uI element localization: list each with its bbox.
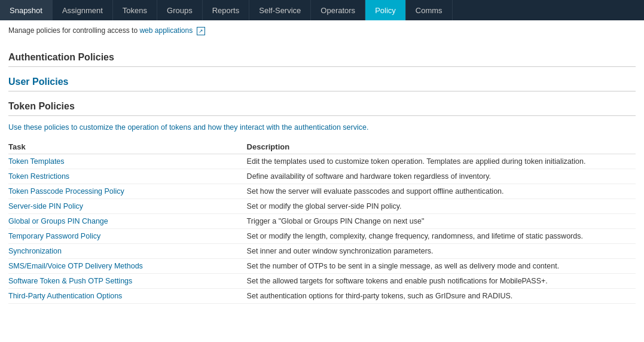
task-description-6: Set inner and outer window synchronizati…	[247, 243, 636, 258]
token-policies-heading: Token Policies	[8, 95, 636, 116]
nav-item-tokens[interactable]: Tokens	[113, 0, 157, 20]
nav-bar: SnapshotAssignmentTokensGroupsReportsSel…	[0, 0, 644, 20]
task-description-8: Set the allowed targets for software tok…	[247, 273, 636, 288]
table-row: Global or Groups PIN ChangeTrigger a "Gl…	[8, 213, 636, 228]
task-description-2: Set how the server will evaluate passcod…	[247, 184, 636, 199]
user-policies-heading: User Policies	[8, 71, 636, 91]
auth-policies-heading: Authentication Policies	[8, 45, 636, 67]
nav-item-groups[interactable]: Groups	[157, 0, 203, 20]
task-link-1[interactable]: Token Restrictions	[8, 169, 247, 184]
task-description-3: Set or modify the global server-side PIN…	[247, 199, 636, 213]
task-link-5[interactable]: Temporary Password Policy	[8, 228, 247, 243]
task-description-1: Define availability of software and hard…	[247, 169, 636, 184]
task-link-9[interactable]: Third-Party Authentication Options	[8, 288, 247, 303]
task-description-4: Trigger a "Global or Groups PIN Change o…	[247, 213, 636, 228]
manage-policies-text: Manage policies for controlling access t…	[8, 26, 636, 35]
table-row: Server-side PIN PolicySet or modify the …	[8, 199, 636, 213]
task-link-2[interactable]: Token Passcode Processing Policy	[8, 184, 247, 199]
nav-item-self-service[interactable]: Self-Service	[249, 0, 311, 20]
nav-item-reports[interactable]: Reports	[203, 0, 250, 20]
table-row: Token RestrictionsDefine availability of…	[8, 169, 636, 184]
table-row: Temporary Password PolicySet or modify t…	[8, 228, 636, 243]
nav-item-snapshot[interactable]: Snapshot	[0, 0, 53, 20]
nav-item-operators[interactable]: Operators	[311, 0, 365, 20]
task-link-6[interactable]: Synchronization	[8, 243, 247, 258]
policy-table: Task Description Token TemplatesEdit the…	[8, 140, 636, 304]
nav-item-policy[interactable]: Policy	[365, 0, 406, 20]
col-description-header: Description	[247, 140, 636, 154]
web-applications-link[interactable]: web applications	[139, 26, 193, 35]
nav-item-assignment[interactable]: Assignment	[53, 0, 113, 20]
table-row: Token TemplatesEdit the templates used t…	[8, 154, 636, 169]
task-description-9: Set authentication options for third-par…	[247, 288, 636, 303]
table-row: Software Token & Push OTP SettingsSet th…	[8, 273, 636, 288]
task-link-7[interactable]: SMS/Email/Voice OTP Delivery Methods	[8, 258, 247, 273]
task-link-4[interactable]: Global or Groups PIN Change	[8, 213, 247, 228]
task-description-7: Set the number of OTPs to be sent in a s…	[247, 258, 636, 273]
table-row: Token Passcode Processing PolicySet how …	[8, 184, 636, 199]
task-link-3[interactable]: Server-side PIN Policy	[8, 199, 247, 213]
col-task-header: Task	[8, 140, 247, 154]
task-link-0[interactable]: Token Templates	[8, 154, 247, 169]
task-description-0: Edit the templates used to customize tok…	[247, 154, 636, 169]
task-link-8[interactable]: Software Token & Push OTP Settings	[8, 273, 247, 288]
token-policies-description: Use these policies to customize the oper…	[8, 121, 636, 134]
table-row: SMS/Email/Voice OTP Delivery MethodsSet …	[8, 258, 636, 273]
task-description-5: Set or modify the length, complexity, ch…	[247, 228, 636, 243]
external-link-icon: ↗	[197, 27, 205, 35]
main-content: Manage policies for controlling access t…	[0, 20, 644, 310]
table-row: Third-Party Authentication OptionsSet au…	[8, 288, 636, 303]
table-row: SynchronizationSet inner and outer windo…	[8, 243, 636, 258]
nav-item-comms[interactable]: Comms	[406, 0, 453, 20]
